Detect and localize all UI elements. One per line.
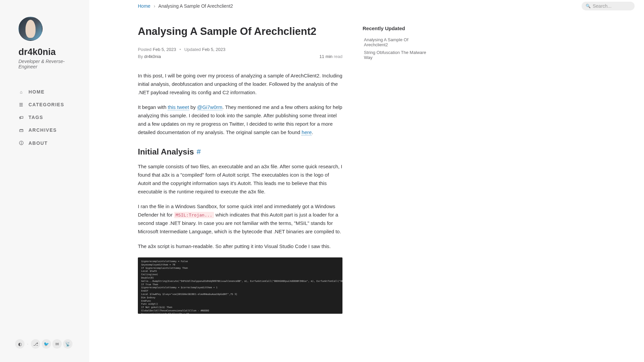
breadcrumb-sep: › [154, 3, 155, 9]
posted-date: Feb 5, 2023 [153, 47, 176, 52]
author-name[interactable]: dr4k0nia [144, 54, 161, 59]
nav-item-archives[interactable]: 🗃 ARCHIVES [18, 124, 71, 136]
theme-toggle-icon[interactable]: ◐ [15, 339, 24, 349]
nav-item-label: ABOUT [29, 140, 48, 146]
rss-icon[interactable]: 📡 [63, 339, 72, 349]
sidebar: dr4k0nia Developer & Reverse-Engineer ⌂ … [0, 0, 89, 362]
article-paragraph: It began with this tweet by @Gi7w0rm. Th… [138, 103, 342, 136]
meta-dates: Posted Feb 5, 2023 • Updated Feb 5, 2023 [138, 47, 342, 52]
recently-updated-item[interactable]: String Obfuscation The Malware Way [363, 49, 430, 61]
nav-item-categories[interactable]: ☰ CATEGORIES [18, 98, 71, 111]
readtime-unit: min [325, 54, 332, 59]
main: Home › Analysing A Sample Of Arechclient… [89, 0, 644, 362]
nav-item-tags[interactable]: 🏷 TAGS [18, 111, 71, 124]
email-icon[interactable]: ✉ [52, 339, 62, 349]
section-heading-initial-analysis: Initial Analysis # [138, 147, 342, 157]
breadcrumb-current: Analysing A Sample Of Arechclient2 [158, 3, 233, 9]
site-tagline: Developer & Reverse-Engineer [18, 59, 71, 69]
categories-icon: ☰ [18, 102, 24, 107]
about-icon: ⓘ [18, 140, 24, 146]
recently-updated-item[interactable]: Analysing A Sample Of Arechclient2 [363, 36, 430, 49]
article-paragraph: In this post, I will be going over my pr… [138, 72, 342, 97]
footer-separator: · [27, 342, 28, 346]
search-box[interactable]: 🔍 [582, 2, 635, 10]
nav-item-about[interactable]: ⓘ ABOUT [18, 136, 71, 150]
archives-icon: 🗃 [18, 128, 24, 133]
readtime: 11 min read [319, 54, 342, 59]
tweet-link[interactable]: this tweet [168, 104, 189, 110]
article-paragraph: The a3x script is human-readable. So aft… [138, 242, 342, 251]
right-panel: Recently Updated Analysing A Sample Of A… [363, 25, 430, 314]
posted-label: Posted [138, 47, 151, 52]
article-title: Analysing A Sample Of Arechclient2 [138, 25, 342, 38]
anchor-icon[interactable]: # [197, 147, 201, 156]
sidebar-footer: ◐ · ⎇ 🐦 ✉ 📡 [0, 339, 89, 355]
tags-icon: 🏷 [18, 115, 24, 120]
twitter-icon[interactable]: 🐦 [42, 339, 51, 349]
nav-item-label: TAGS [29, 115, 43, 120]
nav-item-label: HOME [29, 89, 45, 95]
home-icon: ⌂ [18, 89, 24, 95]
meta-bullet: • [179, 47, 181, 52]
nav-item-label: CATEGORIES [29, 102, 64, 107]
topbar: Home › Analysing A Sample Of Arechclient… [89, 0, 644, 12]
readtime-suffix: read [334, 54, 342, 59]
github-icon[interactable]: ⎇ [31, 339, 40, 349]
nav-item-home[interactable]: ⌂ HOME [18, 85, 71, 98]
here-link[interactable]: here [302, 129, 312, 135]
inline-code: MSIL:Trojan... [174, 212, 214, 218]
mention-link[interactable]: @Gi7w0rm [197, 104, 222, 110]
article: Analysing A Sample Of Arechclient2 Poste… [138, 25, 342, 314]
article-paragraph: The sample consists of two files, an exe… [138, 163, 342, 196]
by-label: By [138, 54, 143, 59]
site-title[interactable]: dr4k0nia [18, 47, 71, 57]
breadcrumb: Home › Analysing A Sample Of Arechclient… [138, 3, 233, 9]
nav: ⌂ HOME ☰ CATEGORIES 🏷 TAGS 🗃 ARCHIVES ⓘ … [18, 85, 71, 150]
breadcrumb-home[interactable]: Home [138, 3, 150, 9]
updated-date: Feb 5, 2023 [202, 47, 225, 52]
updated-label: Updated [184, 47, 201, 52]
nav-item-label: ARCHIVES [29, 127, 57, 133]
search-input[interactable] [593, 3, 631, 9]
recently-updated-heading: Recently Updated [363, 25, 430, 31]
avatar[interactable] [18, 17, 43, 41]
meta-author-readtime: By dr4k0nia 11 min read [138, 54, 342, 59]
article-paragraph: I ran the file in a Windows Sandbox, for… [138, 202, 342, 236]
search-icon: 🔍 [586, 4, 591, 8]
readtime-value: 11 [319, 54, 324, 59]
code-screenshot: $ignorecomplaintslottommy = False $eyese… [138, 257, 342, 314]
